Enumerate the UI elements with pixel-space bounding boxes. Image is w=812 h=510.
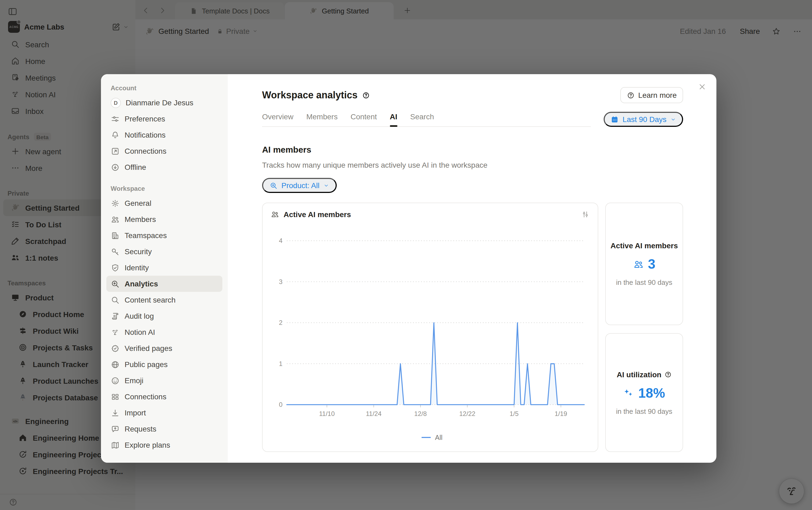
- section-title: AI members: [262, 145, 683, 155]
- stat-cards: Active AI members3in the last 90 daysAI …: [605, 203, 683, 452]
- settings-item-preferences[interactable]: Preferences: [106, 111, 222, 127]
- ai-face-icon: [111, 328, 120, 337]
- settings-content: Workspace analytics Learn more OverviewM…: [228, 74, 716, 463]
- smiley-icon: [111, 376, 120, 385]
- settings-item-explore-plans[interactable]: Explore plans: [106, 437, 222, 453]
- search-plus-icon: [111, 279, 120, 288]
- people-icon: [633, 259, 644, 270]
- section-description: Tracks how many unique members actively …: [262, 161, 683, 169]
- line-chart: 0123411/1011/2412/812/221/51/19All: [271, 219, 590, 446]
- settings-menu: AccountDDianmarie De JesusPreferencesNot…: [101, 74, 228, 463]
- settings-item-dianmarie-de-jesus[interactable]: DDianmarie De Jesus: [106, 94, 222, 111]
- svg-text:3: 3: [279, 278, 282, 285]
- help-icon: [627, 91, 635, 99]
- building-icon: [111, 231, 120, 240]
- shield-check-icon: [111, 263, 120, 272]
- settings-item-notifications[interactable]: Notifications: [106, 127, 222, 143]
- message-up-icon: [111, 424, 120, 433]
- settings-item-requests[interactable]: Requests: [106, 421, 222, 437]
- zoom-plus-icon: [270, 181, 278, 190]
- svg-text:11/10: 11/10: [319, 410, 335, 417]
- tab-members[interactable]: Members: [306, 112, 338, 121]
- svg-text:2: 2: [279, 319, 282, 326]
- chevron-down-icon: [323, 182, 329, 188]
- chevron-down-icon: [670, 116, 676, 122]
- settings-item-content-search[interactable]: Content search: [106, 292, 222, 308]
- arrow-box-icon: [111, 146, 120, 155]
- learn-more-button[interactable]: Learn more: [621, 87, 683, 103]
- down-circle-icon: [111, 163, 120, 172]
- bell-icon: [111, 130, 120, 139]
- close-icon: [698, 82, 707, 91]
- help-icon: [362, 91, 370, 99]
- settings-item-offline[interactable]: Offline: [106, 159, 222, 175]
- people-icon: [271, 210, 279, 219]
- settings-modal: AccountDDianmarie De JesusPreferencesNot…: [101, 74, 716, 463]
- search-icon: [111, 295, 120, 305]
- svg-text:All: All: [435, 434, 443, 441]
- svg-text:1/5: 1/5: [510, 410, 518, 417]
- people-icon: [111, 215, 120, 224]
- chevron-down-icon: [670, 116, 676, 122]
- settings-item-public-pages[interactable]: Public pages: [106, 356, 222, 372]
- calendar-icon: [611, 115, 619, 123]
- settings-item-security[interactable]: Security: [106, 244, 222, 260]
- key-icon: [111, 247, 120, 256]
- settings-item-connections[interactable]: Connections: [106, 143, 222, 159]
- people-icon: [271, 210, 279, 219]
- tab-search[interactable]: Search: [410, 112, 434, 121]
- settings-item-analytics[interactable]: Analytics: [106, 276, 222, 292]
- gear-icon: [111, 199, 120, 208]
- tab-overview[interactable]: Overview: [262, 112, 294, 121]
- tab-content[interactable]: Content: [351, 112, 377, 121]
- settings-item-general[interactable]: General: [106, 195, 222, 211]
- chart-title: Active AI members: [283, 210, 351, 219]
- close-button[interactable]: [698, 82, 707, 91]
- settings-item-verified-pages[interactable]: Verified pages: [106, 340, 222, 356]
- svg-text:12/22: 12/22: [459, 410, 475, 417]
- svg-text:12/8: 12/8: [414, 410, 427, 417]
- app-window: ACME Acme Labs SearchHomeMeetingsNotion …: [0, 0, 812, 510]
- chart-options-button[interactable]: [581, 210, 590, 219]
- svg-text:11/24: 11/24: [366, 410, 382, 417]
- tab-ai[interactable]: AI: [390, 112, 397, 121]
- settings-item-emoji[interactable]: Emoji: [106, 372, 222, 389]
- settings-section-account: Account: [101, 82, 228, 94]
- svg-text:1/19: 1/19: [554, 410, 567, 417]
- search-plus-icon: [270, 181, 278, 190]
- grid-icon: [111, 392, 120, 401]
- badge-check-icon: [111, 344, 120, 353]
- settings-item-audit-log[interactable]: Audit log: [106, 308, 222, 324]
- map-icon: [111, 441, 120, 450]
- settings-item-teamspaces[interactable]: Teamspaces: [106, 227, 222, 244]
- stat-card-ai-utilization: AI utilization18%in the last 90 days: [605, 333, 683, 452]
- stat-value: 3: [648, 256, 656, 272]
- help-icon: [664, 371, 671, 378]
- settings-section-workspace: Workspace: [101, 182, 228, 195]
- settings-item-members[interactable]: Members: [106, 211, 222, 227]
- analytics-tabs: OverviewMembersContentAISearch: [262, 112, 591, 126]
- date-range-button[interactable]: Last 90 Days: [604, 112, 683, 127]
- globe-icon: [111, 360, 120, 369]
- settings-item-connections[interactable]: Connections: [106, 389, 222, 405]
- download-icon: [111, 408, 120, 417]
- stat-value: 18%: [638, 385, 665, 401]
- settings-item-notion-ai[interactable]: Notion AI: [106, 324, 222, 340]
- help-icon[interactable]: [362, 91, 370, 99]
- settings-item-identity[interactable]: Identity: [106, 260, 222, 276]
- settings-item-import[interactable]: Import: [106, 405, 222, 421]
- chevron-down-icon: [323, 182, 329, 188]
- product-filter-chip[interactable]: Product: All: [262, 178, 337, 193]
- svg-text:0: 0: [279, 401, 282, 408]
- modal-title: Workspace analytics: [262, 89, 358, 101]
- sliders-h-icon: [111, 114, 120, 123]
- calendar-icon: [611, 115, 619, 123]
- sliders-v-icon: [581, 210, 590, 219]
- stat-card-active-ai-members: Active AI members3in the last 90 days: [605, 203, 683, 325]
- svg-text:4: 4: [279, 237, 282, 244]
- scroll-icon: [111, 311, 120, 320]
- svg-text:1: 1: [279, 360, 282, 367]
- help-icon: [627, 91, 635, 99]
- sparkles-icon: [623, 388, 634, 398]
- active-ai-members-chart-card: Active AI members 0123411/1011/2412/812/…: [262, 203, 598, 452]
